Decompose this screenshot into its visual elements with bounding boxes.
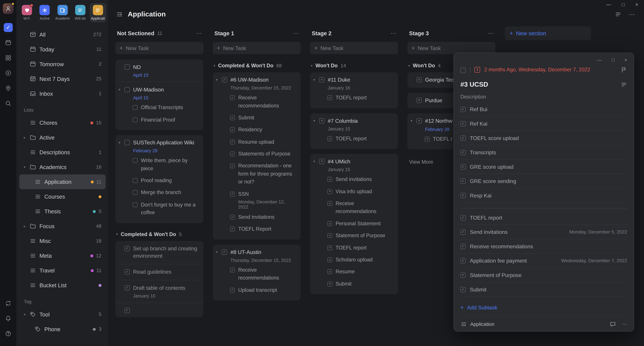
chevron-down-icon[interactable]: ▾ xyxy=(214,64,215,67)
checkbox-checked[interactable]: ✓ xyxy=(230,127,235,132)
sidebar-item-meta[interactable]: Meta12 xyxy=(19,248,106,263)
maximize-button[interactable]: □ xyxy=(622,2,625,7)
column-more-icon[interactable]: ⋯ xyxy=(488,30,494,36)
checkbox-checked[interactable]: ✓ xyxy=(230,227,235,232)
workspace-tab-w-f[interactable]: W.F. xyxy=(19,3,35,22)
task-list-name[interactable]: Application xyxy=(470,321,494,327)
checkbox-wontdo[interactable]: × xyxy=(327,269,332,274)
sidebar-item-travel[interactable]: Travel11 xyxy=(19,263,106,278)
sidebar-item-next-7-days[interactable]: Next 7 Days25 xyxy=(19,71,106,86)
subtask-row[interactable]: ✓Receive recommendations xyxy=(460,239,627,254)
checkbox-checked[interactable]: ✓ xyxy=(124,246,130,251)
chevron-down-icon[interactable]: ▾ xyxy=(408,64,410,67)
subtask-item[interactable]: ✓Receive recommendations xyxy=(222,264,296,284)
subtask-item[interactable]: ✓Recommendation - one form for three pro… xyxy=(222,160,296,188)
subtask-item[interactable]: Official Transcripts xyxy=(124,102,198,114)
task-item[interactable]: NDApril 15 xyxy=(116,59,203,82)
sidebar-item-misc[interactable]: Misc18 xyxy=(19,234,106,248)
task-item[interactable]: ✓ xyxy=(116,303,203,317)
checklist-item[interactable]: ✓Ref Bui xyxy=(460,102,627,117)
checkbox-unchecked[interactable] xyxy=(133,158,138,163)
checkbox-checked[interactable]: ✓ xyxy=(460,229,466,235)
outline-icon[interactable] xyxy=(621,81,627,88)
checkbox-unchecked[interactable] xyxy=(133,178,138,183)
task-item[interactable]: ✓Read guidelines xyxy=(116,264,203,280)
chevron-down-icon[interactable]: ▾ xyxy=(22,313,26,316)
checkbox-wontdo[interactable]: × xyxy=(327,136,332,141)
column-more-icon[interactable]: ⋯ xyxy=(391,30,396,36)
checkbox-checked[interactable]: ✓ xyxy=(230,151,235,156)
due-date-text[interactable]: 2 months Ago, Wednesday, December 7, 202… xyxy=(484,67,616,72)
sidebar-item-thesis[interactable]: Thesis5 xyxy=(19,204,106,219)
modal-minimize-button[interactable]: — xyxy=(597,57,602,62)
checkbox-checked[interactable]: ✓ xyxy=(460,178,466,184)
sidebar-item-today[interactable]: Today11 xyxy=(19,42,106,56)
subtask-item[interactable]: ✓Receive recommendations xyxy=(222,92,296,112)
checkbox-checked[interactable]: ✓ xyxy=(230,215,235,219)
checkbox-checked[interactable]: ✓ xyxy=(230,268,235,273)
view-options-icon[interactable] xyxy=(615,11,621,18)
sidebar-item-application[interactable]: Application11 xyxy=(19,174,106,189)
checkbox-unchecked[interactable] xyxy=(133,105,138,110)
checkbox-checked[interactable]: ✓ xyxy=(460,164,466,169)
checkbox-checked[interactable]: ✓ xyxy=(460,287,466,292)
checkbox-wontdo[interactable]: × xyxy=(327,201,332,206)
checkbox-checked[interactable]: ✓ xyxy=(222,249,227,255)
task-item[interactable]: ▾SUSTech Application WikiFebruary 28Writ… xyxy=(116,135,203,223)
add-subtask-button[interactable]: + Add Subtask xyxy=(460,302,627,313)
comment-icon[interactable] xyxy=(610,321,616,327)
modal-expand-button[interactable]: □ xyxy=(612,57,614,62)
subtask-row[interactable]: ✓Send invitationsMonday, December 5, 202… xyxy=(460,225,627,239)
sidebar-item-chores[interactable]: Chores15 xyxy=(19,115,106,130)
workspace-tab-will-do[interactable]: Will do xyxy=(72,3,88,22)
sync-icon[interactable] xyxy=(5,296,12,311)
subtask-item[interactable]: ✓Residency xyxy=(222,124,296,136)
subtask-item[interactable]: ×TOEFL report xyxy=(319,242,393,254)
chevron-down-icon[interactable]: ▾ xyxy=(313,119,315,123)
checklist-item[interactable]: ✓Transcripts xyxy=(460,145,627,160)
chevron-down-icon[interactable]: ▾ xyxy=(118,88,120,92)
board-more-icon[interactable]: ⋯ xyxy=(629,11,635,18)
checklist-item[interactable]: ✓GRE score sending xyxy=(460,174,627,188)
task-item[interactable]: ▾×#11 DukeJanuary 16×TOEFL report xyxy=(310,72,398,108)
subtask-item[interactable]: ✓SSNMonday, December 12, 2022 xyxy=(222,188,296,211)
notifications-icon[interactable] xyxy=(5,311,12,326)
subtask-item[interactable]: ×Receive recommendations xyxy=(319,198,393,218)
checkbox-wontdo[interactable]: × xyxy=(327,177,332,182)
checkbox-unchecked[interactable] xyxy=(124,140,130,145)
task-item[interactable]: ▾UW-MadisonApril 15Official TranscriptsF… xyxy=(116,82,203,130)
sidebar-item-tomorrow[interactable]: Tomorrow2 xyxy=(19,56,106,71)
subtask-row[interactable]: ✓Submit xyxy=(460,282,627,297)
sidebar-item-phone[interactable]: Phone3 xyxy=(19,322,106,337)
checkbox-checked[interactable]: ✓ xyxy=(124,269,130,275)
subtask-item[interactable]: ✓Resume upload xyxy=(222,136,296,148)
chevron-down-icon[interactable]: ▾ xyxy=(216,250,218,254)
sidebar-item-courses[interactable]: Courses xyxy=(19,189,106,204)
subtask-item[interactable]: ✓Send invitations xyxy=(222,211,296,223)
checklist-item[interactable]: ✓TOEFL score upload xyxy=(460,131,627,145)
checkbox-checked[interactable]: ✓ xyxy=(230,164,235,168)
chevron-down-icon[interactable]: ▾ xyxy=(116,232,118,236)
chevron-down-icon[interactable]: ▾ xyxy=(411,119,412,123)
sidebar-item-tool[interactable]: ▾Tool5 xyxy=(19,307,106,322)
subtask-item[interactable]: Merge the branch xyxy=(124,187,198,199)
checkbox-checked[interactable]: ✓ xyxy=(460,272,466,278)
checklist-item[interactable]: ✓Resp Kai xyxy=(460,188,627,203)
rail-focus-icon[interactable] xyxy=(4,65,13,80)
checkbox-wontdo[interactable]: × xyxy=(319,159,324,164)
chevron-down-icon[interactable]: ▾ xyxy=(22,165,26,169)
checkbox-wontdo[interactable]: × xyxy=(327,257,332,262)
checklist-item[interactable]: ✓Ref Kai xyxy=(460,116,627,131)
task-item[interactable]: ▾×#7 ColumbiaJanuary 15×TOEFL report xyxy=(310,113,398,149)
chevron-right-icon[interactable]: ▸ xyxy=(22,224,26,228)
checkbox-checked[interactable]: ✓ xyxy=(460,244,466,249)
subtask-item[interactable]: ✓Upload transcript xyxy=(222,284,296,296)
column-more-icon[interactable]: ⋯ xyxy=(293,30,299,36)
checkbox-checked[interactable]: ✓ xyxy=(124,285,130,291)
checkbox-wontdo[interactable]: × xyxy=(327,95,332,100)
checkbox-checked[interactable]: ✓ xyxy=(460,150,466,155)
subtask-item[interactable]: ×Send invitations xyxy=(319,174,393,186)
task-item[interactable]: ✓Set up branch and creating environment xyxy=(116,241,203,264)
sidebar-item-all[interactable]: All272 xyxy=(19,27,106,42)
avatar[interactable] xyxy=(3,3,14,14)
